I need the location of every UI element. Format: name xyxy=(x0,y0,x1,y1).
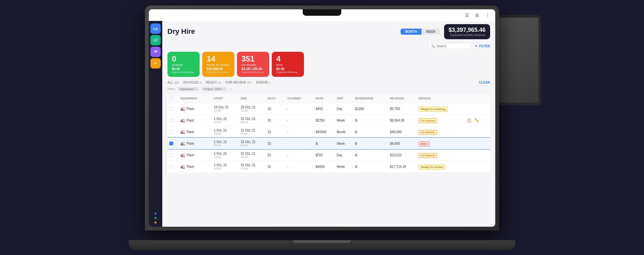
row5-revenue: $23,622 xyxy=(388,149,417,161)
th-invoice[interactable]: INVOICE ↕ xyxy=(417,94,464,103)
row4-end: 31 Oct, 2100:00 xyxy=(239,138,266,149)
row6-status-badge: Ready For Invoice xyxy=(419,165,445,169)
row3-status: For Review xyxy=(417,126,464,138)
more-options-icon[interactable]: ⋮ xyxy=(484,11,491,19)
th-days[interactable]: DAYS ↕ xyxy=(266,94,285,103)
row6-status: Ready For Invoice xyxy=(417,161,464,172)
row5-standby: - xyxy=(285,149,314,161)
row1-checkbox-cell[interactable] xyxy=(167,103,178,114)
row5-checkbox-cell[interactable] xyxy=(167,149,178,161)
month-week-toggle: MONTH WEEK xyxy=(401,29,440,35)
status-card-ready[interactable]: 14 Ready for Invoice $20,808.00 Invoiced… xyxy=(202,52,234,77)
remove-project-filter[interactable]: × xyxy=(223,87,225,91)
sidebar-item-pp[interactable]: P xyxy=(150,58,161,68)
week-toggle-btn[interactable]: WEEK xyxy=(421,29,440,35)
filter-chip-project-client[interactable]: Project, Client × xyxy=(201,87,227,91)
th-unit[interactable]: UNIT ↕ xyxy=(335,94,353,103)
invoiced-sub: Expected Revenue xyxy=(172,71,195,74)
data-table: EQUIPMENT ↕ START ↕ END ↕ DAYS ↕ STANDBY… xyxy=(167,94,490,173)
th-end[interactable]: END ↕ xyxy=(239,94,266,103)
ready-amount: $20,808.00 xyxy=(207,67,230,71)
tab-error[interactable]: ERROR 4 xyxy=(256,81,270,84)
row2-action-buttons: 📋 ✏️ xyxy=(466,117,488,123)
tab-for-review[interactable]: FOR REVIEW 351 xyxy=(225,81,251,84)
tab-ready[interactable]: READY 14 xyxy=(206,81,221,84)
rate-sort-icon: ↕ xyxy=(324,97,326,100)
row1-unit: Day xyxy=(335,103,353,114)
th-rate[interactable]: RATE ↕ xyxy=(314,94,335,103)
sidebar-item-lf[interactable]: LF xyxy=(150,35,161,45)
row1-standby: - xyxy=(285,103,314,114)
end-sort-icon: ↕ xyxy=(248,97,249,100)
select-all-checkbox[interactable] xyxy=(169,96,173,100)
row4-actions xyxy=(464,138,490,149)
search-input-wrap: 🔍 xyxy=(428,43,471,49)
th-start[interactable]: START ↕ xyxy=(212,94,239,103)
table-row[interactable]: 🚛Plant 1 Oct, 2118:30 31 Oct, 2118:30 31… xyxy=(167,149,490,161)
row2-send-btn[interactable]: ✏️ xyxy=(474,117,480,123)
row3-status-badge: For Review xyxy=(419,130,437,135)
row3-checkbox-cell[interactable] xyxy=(167,126,178,138)
row1-checkbox[interactable] xyxy=(169,107,173,111)
invoiced-label: Invoiced xyxy=(172,63,195,67)
days-sort-icon: ↕ xyxy=(276,97,278,100)
row3-mob: $- xyxy=(353,126,388,138)
th-checkbox xyxy=(167,94,178,103)
filter-chip-equipment[interactable]: Equipment × xyxy=(177,87,199,91)
row5-checkbox[interactable] xyxy=(169,153,173,157)
page-title: Dry Hire xyxy=(167,27,195,36)
expand-filters-icon[interactable]: ⤢ xyxy=(229,87,232,91)
row3-checkbox[interactable] xyxy=(169,130,173,134)
row1-status-badge: Ready For Invoicing xyxy=(419,107,448,112)
row1-equipment: 🚛Plant xyxy=(178,103,212,114)
status-card-review[interactable]: 351 For Review $3,387,185.45 Expected Re… xyxy=(237,52,269,77)
search-input[interactable] xyxy=(436,44,469,48)
table-row-selected[interactable]: 🚛Plant 1 Oct, 2109:30 31 Oct, 2100:00 31… xyxy=(167,138,490,149)
laptop-body: ☰ ⊞ ⋮ La LF ✉ P xyxy=(145,5,499,231)
row4-days: 31 xyxy=(266,138,285,149)
row2-edit-btn[interactable]: 📋 xyxy=(466,117,472,123)
remove-equipment-filter[interactable]: × xyxy=(195,87,197,91)
list-view-icon[interactable]: ☰ xyxy=(463,11,471,19)
tab-invoiced[interactable]: INVOICED 0 xyxy=(183,81,201,84)
month-toggle-btn[interactable]: MONTH xyxy=(401,29,421,35)
grid-view-icon[interactable]: ⊞ xyxy=(473,11,481,19)
ready-sub: Invoiced Revenue xyxy=(207,71,230,74)
table-row[interactable]: 🚛Plant 1 Oct, 2118:30 31 Oct, 2100:00 31… xyxy=(167,126,490,138)
table-row[interactable]: 🚛Plant 1 Oct, 2118:30 31 Oct, 2100:00 31… xyxy=(167,114,490,126)
laptop-base xyxy=(129,240,515,250)
row6-equipment: 🚛Plant xyxy=(178,161,212,172)
status-card-error[interactable]: 4 Error $0.00 Expected Revenue xyxy=(272,52,304,77)
row6-checkbox[interactable] xyxy=(169,165,173,168)
row5-unit: Day xyxy=(335,149,353,161)
standby-sort-icon: ↕ xyxy=(302,97,303,100)
tab-all[interactable]: ALL 369 xyxy=(167,81,179,84)
row4-checkbox[interactable] xyxy=(169,141,173,145)
sidebar-item-msg[interactable]: ✉ xyxy=(150,47,161,57)
th-equipment[interactable]: EQUIPMENT ↕ xyxy=(178,94,212,103)
row1-rate: $450 xyxy=(314,103,335,114)
table-row[interactable]: 🚛Plant 1 Oct, 2118:30 31 Oct, 2118:30 31… xyxy=(167,161,490,172)
th-standby[interactable]: STANDBY ↕ xyxy=(285,94,314,103)
filter-button[interactable]: ▼ FILTER xyxy=(475,44,490,48)
sidebar-item-la[interactable]: La xyxy=(150,23,161,34)
screen-bezel: ☰ ⊞ ⋮ La LF ✉ P xyxy=(149,9,495,227)
row2-status-badge: For Review xyxy=(419,118,437,123)
row1-end: 29 Oct, 2116:30 xyxy=(239,103,266,114)
review-label: For Review xyxy=(242,63,265,67)
row4-checkbox-cell[interactable] xyxy=(167,138,178,149)
row6-checkbox-cell[interactable] xyxy=(167,161,178,172)
th-mob-demob[interactable]: MOB/DEMOB ↕ xyxy=(353,94,388,103)
table-row[interactable]: 🚛Plant 19 Oct, 2118:30 29 Oct, 2116:30 1… xyxy=(167,103,490,114)
row2-checkbox-cell[interactable] xyxy=(167,114,178,126)
ready-label: Ready for Invoice xyxy=(207,63,230,67)
row2-checkbox[interactable] xyxy=(169,118,173,122)
row5-days: 31 xyxy=(266,149,285,161)
clear-button[interactable]: CLEAR xyxy=(479,81,490,84)
row5-mob: $- xyxy=(353,149,388,161)
row2-equipment: 🚛Plant xyxy=(178,114,212,126)
row4-start: 1 Oct, 2109:30 xyxy=(212,138,239,149)
th-revenue[interactable]: REVENUE ↕ xyxy=(388,94,417,103)
status-card-invoiced[interactable]: 0 Invoiced $0.00 Expected Revenue xyxy=(167,52,200,77)
row5-status: For Review xyxy=(417,149,464,161)
